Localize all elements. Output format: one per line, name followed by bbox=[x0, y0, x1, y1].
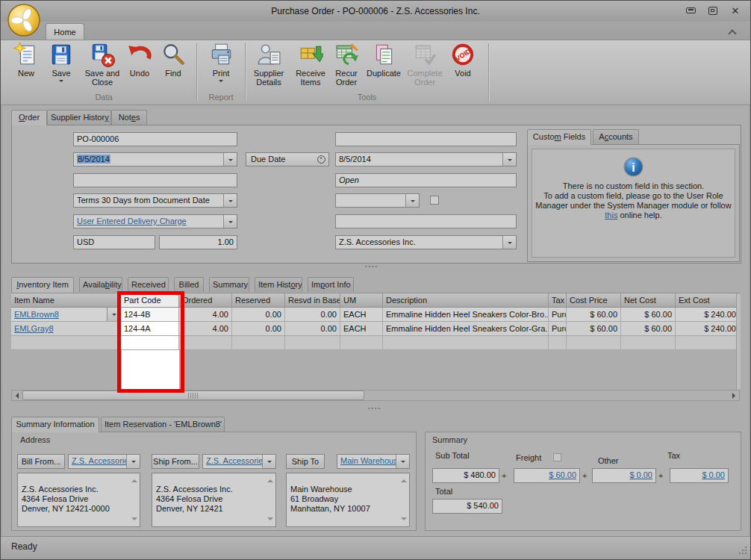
tab-billed[interactable]: Billed bbox=[174, 277, 204, 292]
scrollbar-thumb[interactable] bbox=[22, 391, 364, 400]
net-cost-cell[interactable]: $ 60.00 bbox=[621, 322, 676, 335]
delivery-status-combobox[interactable] bbox=[335, 193, 420, 208]
reserved-cell[interactable]: 0.00 bbox=[232, 322, 285, 335]
shipping-method-dropdown-button[interactable] bbox=[223, 215, 237, 228]
item-name-dropdown-button[interactable] bbox=[107, 308, 120, 321]
shipping-method-combobox[interactable]: User Entered Delivery Charge bbox=[73, 214, 237, 228]
tax-value-link[interactable]: $ 0.00 bbox=[702, 470, 725, 479]
resvd-in-base-cell[interactable]: 0.00 bbox=[285, 308, 340, 321]
shipping-method-value-link[interactable]: User Entered Delivery Charge bbox=[77, 217, 187, 225]
tab-summary[interactable]: Summary bbox=[209, 277, 249, 292]
column-header-description[interactable]: Description bbox=[383, 293, 549, 307]
restore-button[interactable] bbox=[707, 5, 719, 16]
um-cell[interactable]: EACH bbox=[340, 308, 383, 321]
payment-term-combobox[interactable]: Terms 30 Days from Document Date bbox=[73, 193, 237, 208]
description-cell[interactable]: Emmaline Hidden Heel Sneakers Color-Gra.… bbox=[383, 322, 549, 335]
tab-custom-fields[interactable]: Custom Fields bbox=[527, 129, 591, 145]
column-header-net-cost[interactable]: Net Cost bbox=[621, 293, 676, 307]
reference-field[interactable] bbox=[335, 132, 517, 146]
tab-import-info[interactable]: Import Info bbox=[308, 277, 354, 292]
table-vertical-scrollbar-strip[interactable] bbox=[736, 293, 741, 389]
column-header-item-name[interactable]: Item Name bbox=[11, 293, 121, 307]
bill-from-dropdown-button[interactable] bbox=[126, 455, 140, 468]
column-header-ext-cost[interactable]: Ext Cost bbox=[676, 293, 740, 307]
bill-from-address-textarea[interactable]: Z.S. Accessories Inc. 4364 Felosa Drive … bbox=[17, 473, 140, 527]
column-header-tax[interactable]: Tax bbox=[549, 293, 567, 307]
ship-from-address-textarea[interactable]: Z.S. Accessories Inc. 4364 Felosa Drive … bbox=[152, 473, 276, 527]
app-logo-icon[interactable] bbox=[7, 3, 41, 37]
payment-term-dropdown-button[interactable] bbox=[223, 194, 237, 207]
ext-cost-cell[interactable]: $ 240.00 bbox=[676, 308, 740, 321]
other-field[interactable]: $ 0.00 bbox=[592, 468, 656, 483]
column-header-resvd-in-base[interactable]: Resvd in Base bbox=[285, 293, 340, 307]
freight-checkbox[interactable] bbox=[553, 453, 561, 461]
contact-dropdown-button[interactable] bbox=[502, 236, 516, 249]
resize-grip[interactable] bbox=[738, 546, 747, 555]
cost-price-cell[interactable]: $ 60.00 bbox=[567, 308, 621, 321]
tab-summary-information[interactable]: Summary Information bbox=[11, 417, 99, 432]
delivery-status-dropdown-button[interactable] bbox=[405, 194, 419, 207]
allow-back-order-checkbox[interactable] bbox=[430, 196, 439, 205]
scroll-left-arrow-button[interactable] bbox=[12, 391, 22, 400]
due-date-dropdown-button[interactable] bbox=[502, 153, 516, 166]
bill-from-selector[interactable]: Z.S. Accessories I bbox=[68, 454, 140, 469]
description-cell[interactable]: Emmaline Hidden Heel Sneakers Color-Bro.… bbox=[383, 308, 549, 321]
freight-value-link[interactable]: $ 60.00 bbox=[549, 470, 576, 479]
freight-field[interactable]: $ 60.00 bbox=[514, 468, 580, 483]
tax-cell[interactable]: Purchase bbox=[549, 322, 567, 335]
scroll-right-arrow-button[interactable] bbox=[729, 391, 739, 400]
part-code-cell[interactable]: 124-4B bbox=[121, 308, 179, 321]
item-name-cell[interactable]: EMLBrown8 bbox=[11, 308, 121, 321]
tab-availability[interactable]: Availability bbox=[79, 277, 122, 292]
other-value-link[interactable]: $ 0.00 bbox=[629, 470, 652, 479]
bill-from-button[interactable]: Bill From... bbox=[17, 454, 65, 469]
consignment-field[interactable] bbox=[335, 214, 517, 228]
ext-cost-cell[interactable]: $ 240.00 bbox=[676, 322, 740, 335]
part-code-cell[interactable]: 124-4A bbox=[121, 322, 179, 335]
net-cost-cell[interactable]: $ 60.00 bbox=[621, 308, 676, 321]
tab-item-history[interactable]: Item History bbox=[255, 277, 302, 292]
tab-order[interactable]: Order bbox=[11, 110, 47, 125]
item-name-cell[interactable]: EMLGray8 bbox=[11, 322, 121, 335]
table-row[interactable]: EMLGray8 124-4A 4.00 0.00 0.00 EACH Emma… bbox=[11, 322, 740, 336]
column-header-ordered[interactable]: Ordered bbox=[179, 293, 232, 307]
item-name-link[interactable]: EMLBrown8 bbox=[14, 310, 59, 319]
tab-supplier-history[interactable]: Supplier History bbox=[47, 110, 111, 125]
contact-combobox[interactable]: Z.S. Accessories Inc. bbox=[335, 235, 517, 249]
ship-to-selector[interactable]: Main Warehouse bbox=[337, 454, 410, 469]
table-row-empty[interactable] bbox=[11, 336, 740, 350]
ship-from-button[interactable]: Ship From... bbox=[152, 454, 199, 469]
ship-from-dropdown-button[interactable] bbox=[262, 455, 275, 468]
tax-cell[interactable]: Purchase bbox=[549, 308, 567, 321]
tab-received[interactable]: Received bbox=[128, 277, 169, 292]
reference-num-field[interactable] bbox=[73, 173, 237, 187]
tab-accounts[interactable]: Accounts bbox=[593, 129, 639, 144]
tax-field[interactable]: $ 0.00 bbox=[670, 468, 729, 483]
column-header-reserved[interactable]: Reserved bbox=[232, 293, 285, 307]
tab-inventory-item[interactable]: Inventory Item bbox=[11, 277, 74, 293]
due-date-combobox[interactable]: 8/5/2014 bbox=[335, 152, 517, 167]
horizontal-splitter-handle[interactable]: ▪▪▪▪ bbox=[368, 406, 381, 411]
ordered-cell[interactable]: 4.00 bbox=[179, 308, 232, 321]
horizontal-splitter-handle[interactable]: ▪▪▪▪ bbox=[365, 264, 378, 269]
resvd-in-base-cell[interactable]: 0.00 bbox=[285, 322, 340, 335]
item-name-link[interactable]: EMLGray8 bbox=[14, 324, 54, 333]
ordered-cell[interactable]: 4.00 bbox=[179, 322, 232, 335]
reserved-cell[interactable]: 0.00 bbox=[232, 308, 285, 321]
tab-item-reservation[interactable]: Item Reservation - 'EMLBrown8' bbox=[101, 417, 225, 432]
collapse-ribbon-chevron-icon[interactable] bbox=[729, 29, 735, 35]
due-date-selector-button[interactable]: Due Date bbox=[246, 152, 329, 167]
column-header-part-code[interactable]: Part Code bbox=[121, 293, 179, 307]
table-horizontal-scrollbar[interactable] bbox=[11, 390, 740, 401]
minimize-button[interactable] bbox=[685, 5, 697, 16]
ship-to-dropdown-button[interactable] bbox=[396, 455, 409, 468]
this-help-link[interactable]: this bbox=[605, 211, 617, 220]
tab-notes[interactable]: Notes bbox=[111, 110, 147, 125]
column-header-um[interactable]: UM bbox=[340, 293, 383, 307]
cost-price-cell[interactable]: $ 60.00 bbox=[567, 322, 621, 335]
close-button[interactable]: ✕ bbox=[729, 5, 741, 16]
ship-to-button[interactable]: Ship To bbox=[286, 454, 325, 469]
ship-to-address-textarea[interactable]: Main Warehouse 61 Broadway Manhattan, NY… bbox=[286, 473, 410, 527]
um-cell[interactable]: EACH bbox=[340, 322, 383, 335]
ribbon-tab-home[interactable]: Home bbox=[46, 23, 84, 40]
